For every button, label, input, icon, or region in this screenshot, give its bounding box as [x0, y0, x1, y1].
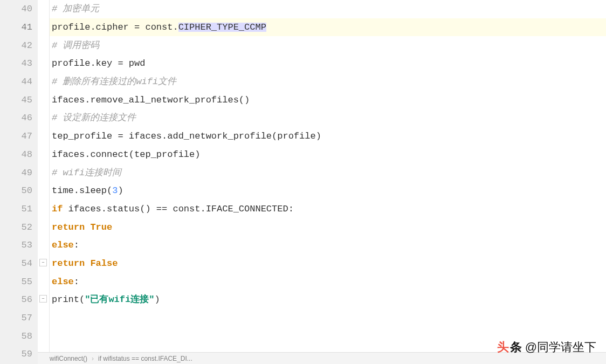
- line-number: 50: [0, 182, 32, 200]
- fold-marker-icon[interactable]: –: [39, 259, 47, 266]
- code-line[interactable]: # 删除所有连接过的wifi文件: [50, 73, 606, 91]
- line-number: 44: [0, 73, 32, 91]
- line-number: 58: [0, 327, 32, 345]
- comment-text: # 加密单元: [52, 4, 99, 13]
- line-number: 52: [0, 218, 32, 236]
- line-number: 42: [0, 36, 32, 54]
- code-line[interactable]: else:: [50, 272, 606, 291]
- code-line[interactable]: time.sleep(3): [50, 182, 606, 200]
- keyword: else: [52, 277, 74, 286]
- keyword: if: [52, 204, 63, 214]
- line-number-gutter: 4041424344454647484950515253545556575859: [0, 0, 38, 364]
- line-number: 51: [0, 200, 32, 218]
- code-line[interactable]: ifaces.connect(tep_profile): [50, 146, 606, 164]
- comment-text: # 设定新的连接文件: [52, 113, 136, 122]
- keyword: else: [52, 241, 74, 250]
- breadcrumb-item[interactable]: if wifistatus == const.IFACE_DI...: [98, 355, 192, 362]
- code-line[interactable]: print("已有wifi连接"): [50, 291, 606, 309]
- fold-marker-icon[interactable]: –: [39, 295, 47, 303]
- fold-gutter: – –: [38, 0, 50, 364]
- line-number: 53: [0, 236, 32, 255]
- comment-text: # 调用密码: [52, 41, 99, 50]
- line-number: 43: [0, 54, 32, 73]
- line-number: 56: [0, 291, 32, 309]
- breadcrumb-item[interactable]: wifiConnect(): [50, 355, 87, 362]
- line-number: 45: [0, 91, 32, 109]
- watermark: 头条 @同学请坐下: [497, 341, 596, 353]
- string-quote: ": [85, 295, 90, 304]
- breadcrumb-separator-icon: ›: [92, 355, 94, 362]
- code-editor: 4041424344454647484950515253545556575859…: [0, 0, 606, 364]
- code-line[interactable]: # wifi连接时间: [50, 163, 606, 182]
- line-number: 40: [0, 0, 32, 18]
- line-number: 47: [0, 127, 32, 146]
- code-line[interactable]: # 调用密码: [50, 36, 606, 54]
- line-number: 55: [0, 272, 32, 291]
- code-line[interactable]: profile.cipher = const.CIPHER_TYPE_CCMP: [50, 18, 606, 37]
- code-content[interactable]: # 加密单元 profile.cipher = const.CIPHER_TYP…: [50, 0, 606, 364]
- code-line[interactable]: profile.key = pwd: [50, 54, 606, 73]
- code-line[interactable]: if ifaces.status() == const.IFACE_CONNEC…: [50, 200, 606, 218]
- line-number: 49: [0, 163, 32, 182]
- breadcrumb[interactable]: wifiConnect() › if wifistatus == const.I…: [38, 352, 606, 364]
- line-number: 41: [0, 18, 32, 37]
- code-line[interactable]: return False: [50, 255, 606, 273]
- line-number: 46: [0, 109, 32, 127]
- code-line[interactable]: else:: [50, 236, 606, 255]
- line-number: 48: [0, 146, 32, 164]
- code-line[interactable]: [50, 309, 606, 327]
- code-line[interactable]: tep_profile = ifaces.add_network_profile…: [50, 127, 606, 146]
- selected-text: CIPHER_TYPE_CCMP: [178, 23, 266, 32]
- code-line[interactable]: # 设定新的连接文件: [50, 109, 606, 127]
- line-number: 59: [0, 345, 32, 363]
- code-line[interactable]: # 加密单元: [50, 0, 606, 18]
- number-literal: 3: [112, 186, 118, 195]
- keyword: return False: [52, 259, 118, 268]
- watermark-brand: 头条: [497, 341, 522, 353]
- keyword: return True: [52, 223, 112, 232]
- watermark-handle: @同学请坐下: [525, 341, 596, 353]
- code-line[interactable]: return True: [50, 218, 606, 236]
- comment-text: # wifi连接时间: [52, 168, 121, 177]
- line-number: 54: [0, 255, 32, 273]
- line-number: 57: [0, 309, 32, 327]
- comment-text: # 删除所有连接过的wifi文件: [52, 77, 176, 86]
- code-line[interactable]: ifaces.remove_all_network_profiles(): [50, 91, 606, 109]
- string-quote: ": [149, 295, 154, 304]
- string-literal: 已有wifi连接: [90, 295, 149, 304]
